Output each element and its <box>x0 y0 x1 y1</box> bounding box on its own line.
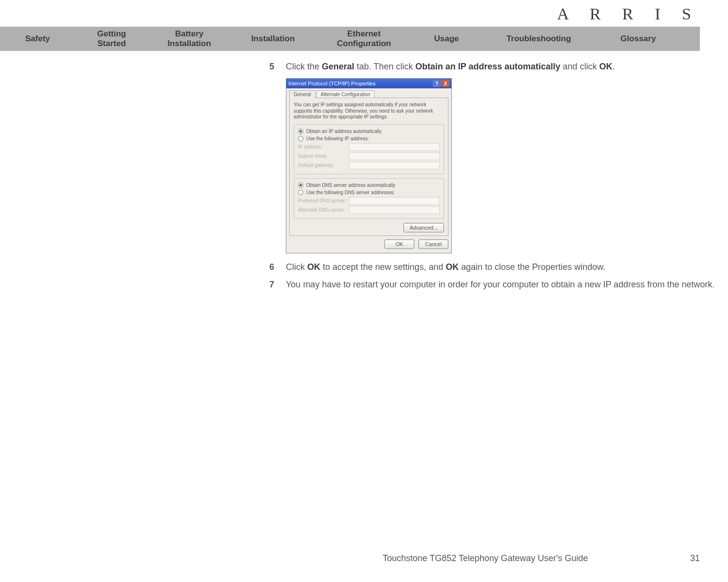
step-5: 5 Click the General tab. Then click Obta… <box>269 61 727 72</box>
step-6-text-b: to accept the new settings, and <box>320 262 446 272</box>
input-gateway[interactable] <box>349 162 440 169</box>
input-dns-pref[interactable] <box>349 197 440 205</box>
dns-fieldset: Obtain DNS server address automatically … <box>294 178 444 219</box>
radio-ip-auto-icon <box>298 129 303 134</box>
close-icon[interactable]: X <box>442 80 449 87</box>
row-subnet: Subnet mask: <box>298 152 440 160</box>
nav-usage[interactable]: Usage <box>413 34 480 44</box>
row-dns-alt: Alternate DNS server: <box>298 206 440 214</box>
row-dns-pref: Preferred DNS server: <box>298 197 440 205</box>
step-6-text-a: Click <box>286 262 307 272</box>
cancel-button[interactable]: Cancel <box>418 239 448 249</box>
advanced-row: Advanced... <box>294 223 444 233</box>
radio-dns-auto-icon <box>298 183 303 188</box>
step-6-text-c: again to close the Properties window. <box>459 262 605 272</box>
step-6-bold-ok2: OK <box>446 262 459 272</box>
dialog-tabs: General Alternate Configuration <box>286 88 451 98</box>
nav-installation[interactable]: Installation <box>231 34 315 44</box>
step-6-number: 6 <box>269 261 286 273</box>
input-ip-address[interactable] <box>349 143 440 151</box>
nav-glossary[interactable]: Glossary <box>597 34 679 44</box>
row-ip-address: IP address: <box>298 143 440 151</box>
dialog-body: You can get IP settings assigned automat… <box>289 98 448 236</box>
step-7-text: You may have to restart your computer in… <box>286 280 714 289</box>
radio-dns-manual-icon <box>298 190 303 195</box>
label-gateway: Default gateway: <box>298 163 349 168</box>
dialog-footer: OK Cancel <box>286 239 451 253</box>
step-5-text-d: . <box>612 62 615 71</box>
dialog-title-text: Internet Protocol (TCP/IP) Properties <box>288 81 432 86</box>
step-5-text-a: Click the <box>286 62 322 71</box>
advanced-button[interactable]: Advanced... <box>403 223 444 233</box>
step-6: 6 Click OK to accept the new settings, a… <box>269 261 727 273</box>
nav-getting-started[interactable]: Getting Started <box>75 29 148 48</box>
step-5-bold-ok: OK <box>599 62 612 71</box>
help-icon[interactable]: ? <box>433 80 441 87</box>
step-6-body: Click OK to accept the new settings, and… <box>286 261 727 273</box>
ip-fieldset: Obtain an IP address automatically Use t… <box>294 124 444 174</box>
radio-ip-manual-label: Use the following IP address: <box>306 136 369 141</box>
radio-ip-manual-row[interactable]: Use the following IP address: <box>298 136 440 141</box>
radio-ip-manual-icon <box>298 136 303 141</box>
tab-general[interactable]: General <box>289 90 315 98</box>
footer-title: Touchstone TG852 Telephony Gateway User'… <box>0 553 728 564</box>
step-7: 7 You may have to restart your computer … <box>269 279 727 290</box>
page-number: 31 <box>690 553 700 564</box>
row-gateway: Default gateway: <box>298 162 440 169</box>
nav-troubleshooting[interactable]: Troubleshooting <box>480 34 597 44</box>
step-5-bold-obtain: Obtain an IP address automatically <box>415 62 561 71</box>
radio-ip-auto-row[interactable]: Obtain an IP address automatically <box>298 129 440 134</box>
nav-safety[interactable]: Safety <box>0 34 75 44</box>
label-ip-address: IP address: <box>298 144 349 150</box>
step-5-body: Click the General tab. Then click Obtain… <box>286 61 727 72</box>
step-6-bold-ok1: OK <box>307 262 320 272</box>
ok-button[interactable]: OK <box>384 239 414 249</box>
dialog-description: You can get IP settings assigned automat… <box>294 102 444 120</box>
radio-dns-auto-label: Obtain DNS server address automatically <box>306 183 395 188</box>
brand-logo: A R R I S <box>557 5 700 23</box>
radio-ip-auto-label: Obtain an IP address automatically <box>306 129 381 134</box>
step-5-bold-general: General <box>322 62 354 71</box>
label-subnet: Subnet mask: <box>298 153 349 159</box>
radio-dns-manual-label: Use the following DNS server addresses: <box>306 190 395 195</box>
radio-dns-auto-row[interactable]: Obtain DNS server address automatically <box>298 183 440 188</box>
dialog-titlebar: Internet Protocol (TCP/IP) Properties ? … <box>286 79 451 88</box>
label-dns-pref: Preferred DNS server: <box>298 198 349 203</box>
input-dns-alt[interactable] <box>349 206 440 214</box>
nav-ethernet-config[interactable]: Ethernet Configuration <box>315 29 413 48</box>
tcpip-properties-dialog: Internet Protocol (TCP/IP) Properties ? … <box>286 78 452 253</box>
nav-battery-install[interactable]: Battery Installation <box>148 29 231 48</box>
label-dns-alt: Alternate DNS server: <box>298 207 349 213</box>
content-area: 5 Click the General tab. Then click Obta… <box>269 61 727 296</box>
step-7-number: 7 <box>269 279 286 290</box>
step-5-number: 5 <box>269 61 286 72</box>
step-7-body: You may have to restart your computer in… <box>286 279 727 290</box>
tab-alternate-configuration[interactable]: Alternate Configuration <box>316 90 375 98</box>
top-nav: Safety Getting Started Battery Installat… <box>0 27 700 51</box>
step-5-text-b: tab. Then click <box>354 62 415 71</box>
step-5-text-c: and click <box>561 62 599 71</box>
input-subnet[interactable] <box>349 152 440 160</box>
radio-dns-manual-row[interactable]: Use the following DNS server addresses: <box>298 190 440 195</box>
